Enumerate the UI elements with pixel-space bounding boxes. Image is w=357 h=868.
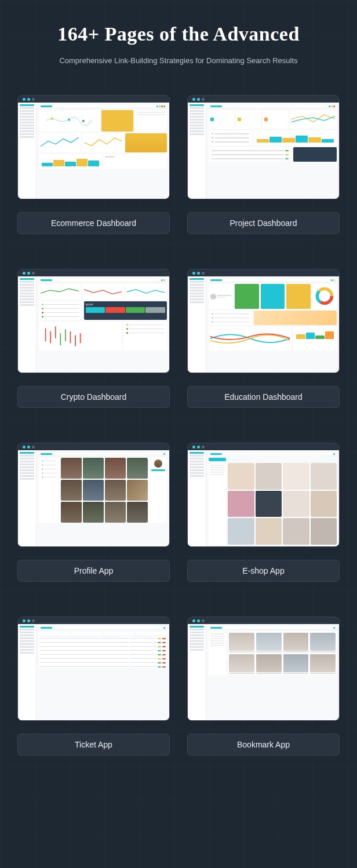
card-profile: Profile App <box>17 443 170 582</box>
card-education: Education Dashboard <box>187 269 340 408</box>
preview-ticket[interactable] <box>17 617 170 721</box>
card-label[interactable]: Education Dashboard <box>187 386 340 408</box>
card-eshop: E-shop App <box>187 443 340 582</box>
svg-point-0 <box>51 118 53 120</box>
preview-profile[interactable] <box>17 443 170 547</box>
donut-chart-icon <box>314 286 335 307</box>
page-subtitle: Comprehensive Link-Building Strategies f… <box>39 56 318 66</box>
mini-sidebar <box>18 103 37 199</box>
card-label[interactable]: Ecommerce Dashboard <box>17 212 170 234</box>
window-titlebar <box>18 96 169 103</box>
svg-point-1 <box>68 119 70 121</box>
wave-chart <box>210 329 290 348</box>
preview-ecommerce[interactable] <box>17 95 170 199</box>
card-bookmark: Bookmark App <box>187 617 340 756</box>
card-label[interactable]: Profile App <box>17 560 170 582</box>
window-titlebar <box>188 96 339 103</box>
card-label[interactable]: Crypto Dashboard <box>17 386 170 408</box>
candlestick-chart <box>41 323 120 348</box>
preview-grid: Ecommerce Dashboard <box>17 95 340 756</box>
card-ecommerce: Ecommerce Dashboard <box>17 95 170 234</box>
page-header: 164+ Pages of the Advanced Comprehensive… <box>17 23 340 66</box>
card-label[interactable]: Bookmark App <box>187 734 340 756</box>
preview-crypto[interactable]: $45,897 <box>17 269 170 373</box>
preview-bookmark[interactable] <box>187 617 340 721</box>
card-label[interactable]: E-shop App <box>187 560 340 582</box>
card-label[interactable]: Ticket App <box>17 734 170 756</box>
preview-eshop[interactable] <box>187 443 340 547</box>
svg-point-2 <box>82 120 85 122</box>
preview-education[interactable] <box>187 269 340 373</box>
card-project: Project Dashboard <box>187 95 340 234</box>
world-map-icon <box>41 112 97 129</box>
card-ticket: Ticket App <box>17 617 170 756</box>
preview-project[interactable] <box>187 95 340 199</box>
page-title: 164+ Pages of the Advanced <box>17 23 340 45</box>
card-crypto: $45,897 <box>17 269 170 408</box>
card-label[interactable]: Project Dashboard <box>187 212 340 234</box>
